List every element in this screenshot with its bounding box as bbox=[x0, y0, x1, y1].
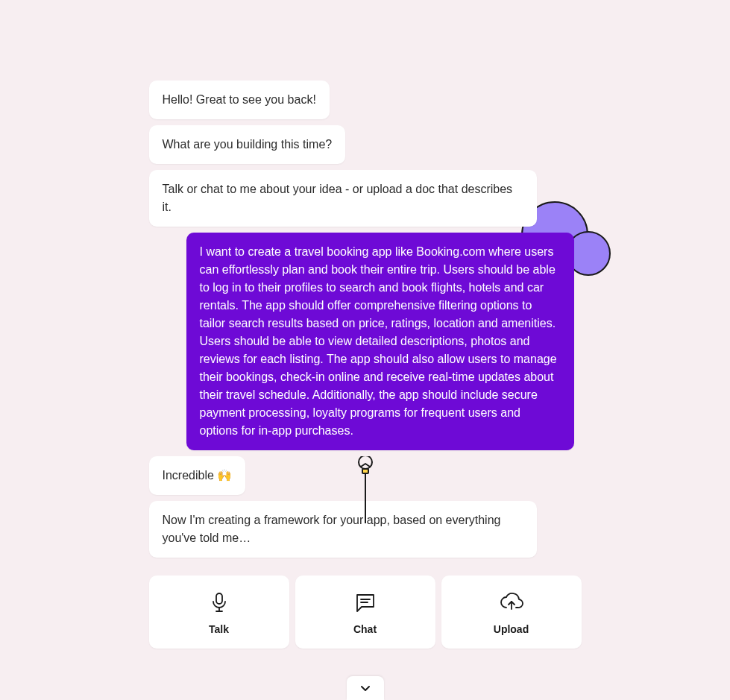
scroll-down-button[interactable] bbox=[347, 676, 384, 700]
user-message: I want to create a travel booking app li… bbox=[186, 233, 574, 450]
message-text: Now I'm creating a framework for your ap… bbox=[163, 514, 501, 544]
cloud-upload-icon bbox=[499, 590, 524, 614]
message-text: Incredible 🙌 bbox=[163, 469, 233, 482]
talk-button[interactable]: Talk bbox=[149, 576, 289, 649]
message-text: Talk or chat to me about your idea - or … bbox=[163, 183, 513, 213]
bot-message: Talk or chat to me about your idea - or … bbox=[149, 170, 537, 227]
bot-message: What are you building this time? bbox=[149, 125, 346, 164]
bot-message: Hello! Great to see you back! bbox=[149, 81, 330, 119]
chevron-down-icon bbox=[360, 684, 371, 692]
bot-message: Now I'm creating a framework for your ap… bbox=[149, 501, 537, 558]
action-label: Talk bbox=[209, 623, 229, 635]
message-text: Hello! Great to see you back! bbox=[163, 93, 316, 106]
chat-container: Hello! Great to see you back! What are y… bbox=[149, 0, 582, 649]
upload-button[interactable]: Upload bbox=[441, 576, 582, 649]
action-label: Chat bbox=[353, 623, 377, 635]
action-label: Upload bbox=[494, 623, 529, 635]
chat-icon bbox=[354, 590, 377, 614]
microphone-icon bbox=[210, 590, 229, 614]
actions-row: Talk Chat Upload bbox=[149, 576, 582, 649]
bot-message: Incredible 🙌 bbox=[149, 456, 246, 495]
message-text: I want to create a travel booking app li… bbox=[200, 245, 557, 437]
message-text: What are you building this time? bbox=[163, 138, 333, 151]
svg-rect-3 bbox=[216, 593, 222, 604]
chat-button[interactable]: Chat bbox=[295, 576, 435, 649]
messages-list: Hello! Great to see you back! What are y… bbox=[149, 81, 582, 564]
